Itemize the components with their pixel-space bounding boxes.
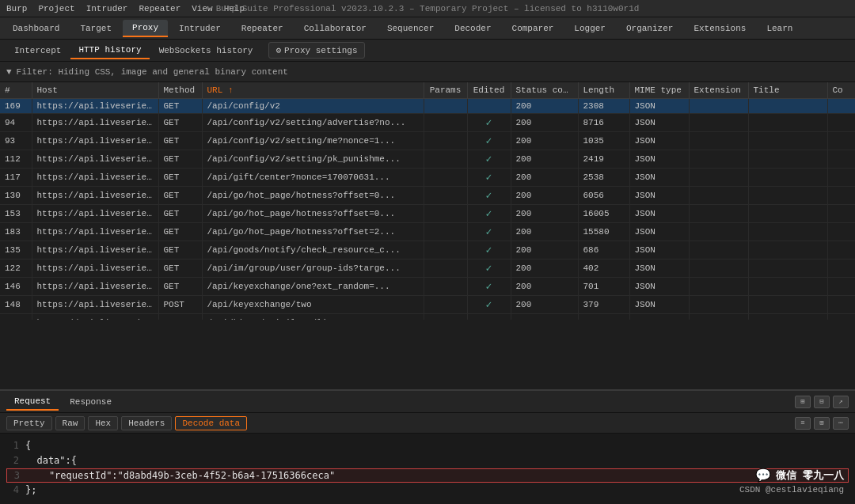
- cell-method: GET: [158, 314, 202, 320]
- nav-collaborator[interactable]: Collaborator: [294, 21, 376, 36]
- cell-title: [748, 132, 827, 150]
- cell-host: https://api.liveseries.net: [32, 132, 158, 150]
- table-row[interactable]: 169 https://api.liveseries.net GET /api/…: [0, 99, 855, 114]
- panel-tabs: Request Response ⊞ ⊟ ↗: [0, 391, 855, 413]
- panel-icon-split-h[interactable]: ⊟: [814, 396, 830, 408]
- code-line-1: 1 {: [6, 438, 849, 453]
- table-row[interactable]: 135 https://api.liveseries.net GET /api/…: [0, 241, 855, 260]
- toolbar-icon-1[interactable]: ≡: [795, 417, 811, 430]
- col-header-edited[interactable]: Edited: [467, 82, 511, 99]
- table-row[interactable]: 146 https://api.liveseries.net GET /api/…: [0, 278, 855, 296]
- sub-tab-websockets[interactable]: WebSockets history: [151, 43, 261, 59]
- table-row[interactable]: 93 https://api.liveseries.net GET /api/c…: [0, 132, 855, 150]
- tool-raw[interactable]: Raw: [55, 416, 86, 430]
- menu-intruder[interactable]: Intruder: [86, 4, 128, 13]
- menu-project[interactable]: Project: [38, 4, 74, 13]
- cell-method: GET: [158, 169, 202, 187]
- title-bar: Burp Project Intruder Repeater View Help…: [0, 0, 855, 17]
- cell-params: [424, 241, 467, 260]
- table-row[interactable]: 153 https://api.liveseries.net GET /api/…: [0, 205, 855, 223]
- code-display: 1 { 2 data":{ 3 "requestId":"d8abd49b-3c…: [0, 434, 855, 504]
- panel-icon-expand[interactable]: ↗: [833, 396, 849, 408]
- col-header-num[interactable]: #: [0, 82, 32, 99]
- cell-ext: [689, 241, 748, 260]
- menu-burp[interactable]: Burp: [6, 4, 27, 13]
- col-header-mime[interactable]: MIME type: [629, 82, 689, 99]
- proxy-settings-button[interactable]: ⚙ Proxy settings: [268, 42, 364, 59]
- table-row[interactable]: 108 https://api.liveseries.net GET /api/…: [0, 314, 855, 320]
- nav-comparer[interactable]: Comparer: [503, 21, 564, 36]
- cell-ext: [689, 114, 748, 132]
- cell-status: 200: [511, 99, 578, 114]
- cell-status: 200: [511, 187, 578, 205]
- nav-target[interactable]: Target: [70, 21, 121, 36]
- cell-url: /api/goods/notify/check_resource_c...: [202, 241, 424, 260]
- panel-icon-split-v[interactable]: ⊞: [795, 396, 811, 408]
- col-header-title[interactable]: Title: [748, 82, 827, 99]
- cell-edited: ✓: [467, 187, 511, 205]
- nav-sequencer[interactable]: Sequencer: [378, 21, 443, 36]
- cell-comment: [827, 296, 855, 314]
- nav-intruder[interactable]: Intruder: [169, 21, 230, 36]
- menu-view[interactable]: View: [192, 4, 212, 13]
- col-header-length[interactable]: Length: [578, 82, 629, 99]
- cell-method: GET: [158, 278, 202, 296]
- table-row[interactable]: 122 https://api.liveseries.net GET /api/…: [0, 260, 855, 278]
- menu-repeater[interactable]: Repeater: [139, 4, 180, 13]
- cell-status: 200: [511, 296, 578, 314]
- filter-bar[interactable]: ▼ Filter: Hiding CSS, image and general …: [0, 62, 855, 82]
- nav-organizer[interactable]: Organizer: [617, 21, 682, 36]
- col-header-host[interactable]: Host: [32, 82, 158, 99]
- cell-params: [424, 187, 467, 205]
- tool-decode[interactable]: Decode data: [175, 416, 247, 430]
- toolbar-icon-3[interactable]: ⋯: [833, 417, 849, 430]
- nav-learn[interactable]: Learn: [757, 21, 802, 36]
- nav-logger[interactable]: Logger: [564, 21, 615, 36]
- nav-extensions[interactable]: Extensions: [684, 21, 755, 36]
- nav-decoder[interactable]: Decoder: [445, 21, 500, 36]
- nav-repeater[interactable]: Repeater: [232, 21, 293, 36]
- cell-params: [424, 114, 467, 132]
- cell-method: GET: [158, 150, 202, 169]
- tool-hex[interactable]: Hex: [88, 416, 118, 430]
- cell-url: /api/go/hot_page/hotness?offset=2...: [202, 223, 424, 241]
- cell-host: https://api.liveseries.net: [32, 169, 158, 187]
- col-header-method[interactable]: Method: [158, 82, 202, 99]
- cell-host: https://api.liveseries.net: [32, 241, 158, 260]
- sub-tab-intercept[interactable]: Intercept: [6, 43, 69, 59]
- col-header-params[interactable]: Params: [424, 82, 467, 99]
- table-row[interactable]: 148 https://api.liveseries.net POST /api…: [0, 296, 855, 314]
- toolbar-icon-group: ≡ ⊞ ⋯: [795, 417, 849, 430]
- tool-pretty[interactable]: Pretty: [6, 416, 52, 430]
- cell-host: https://api.liveseries.net: [32, 99, 158, 114]
- cell-title: [748, 241, 827, 260]
- col-header-url[interactable]: URL ↑: [202, 82, 424, 99]
- nav-dashboard[interactable]: Dashboard: [3, 21, 69, 36]
- cell-host: https://api.liveseries.net: [32, 150, 158, 169]
- col-header-comment[interactable]: Co: [827, 82, 855, 99]
- cell-comment: [827, 114, 855, 132]
- table-row[interactable]: 117 https://api.liveseries.net GET /api/…: [0, 169, 855, 187]
- table-row[interactable]: 112 https://api.liveseries.net GET /api/…: [0, 150, 855, 169]
- cell-ext: [689, 278, 748, 296]
- tab-request[interactable]: Request: [6, 393, 59, 411]
- cell-params: [424, 150, 467, 169]
- nav-proxy[interactable]: Proxy: [123, 20, 168, 37]
- table-row[interactable]: 183 https://api.liveseries.net GET /api/…: [0, 223, 855, 241]
- cell-method: GET: [158, 241, 202, 260]
- cell-mime: JSON: [629, 241, 689, 260]
- cell-comment: [827, 187, 855, 205]
- tab-response[interactable]: Response: [62, 394, 120, 410]
- cell-comment: [827, 150, 855, 169]
- col-header-status[interactable]: Status code: [511, 82, 578, 99]
- sub-tab-http-history[interactable]: HTTP history: [70, 42, 149, 59]
- table-row[interactable]: 94 https://api.liveseries.net GET /api/c…: [0, 114, 855, 132]
- sub-nav: Intercept HTTP history WebSockets histor…: [0, 40, 855, 62]
- toolbar-icon-2[interactable]: ⊞: [814, 417, 830, 430]
- cell-url: /api/keyexchange/two: [202, 296, 424, 314]
- table-row[interactable]: 130 https://api.liveseries.net GET /api/…: [0, 187, 855, 205]
- cell-mime: JSON: [629, 132, 689, 150]
- wechat-icon: 💬: [755, 468, 771, 483]
- tool-headers[interactable]: Headers: [121, 416, 172, 430]
- col-header-ext[interactable]: Extension: [689, 82, 748, 99]
